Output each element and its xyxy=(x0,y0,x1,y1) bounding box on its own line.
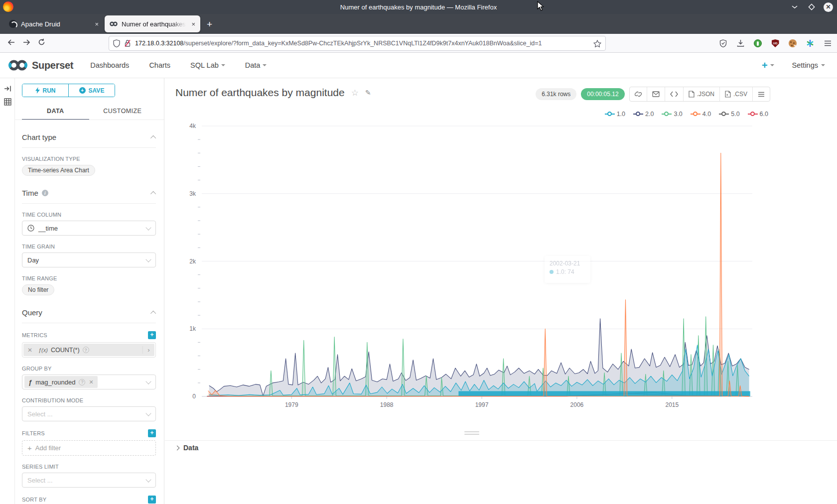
nav-dashboards[interactable]: Dashboards xyxy=(90,61,129,69)
sort-by-label: SORT BY xyxy=(22,497,46,503)
expand-metric-icon[interactable]: › xyxy=(142,346,154,354)
tab-superset-chart[interactable]: Numer of earthquakes by × xyxy=(105,15,200,32)
favorite-star-icon[interactable]: ☆ xyxy=(351,88,359,98)
permissions-shield-icon[interactable] xyxy=(718,39,727,48)
tooltip-value: 1.0: 74 xyxy=(556,268,574,275)
svg-text:4k: 4k xyxy=(189,123,196,129)
legend-item-1[interactable]: 1.0 xyxy=(605,111,625,118)
data-panel-toggle[interactable]: Data xyxy=(175,444,198,452)
info-icon: i xyxy=(42,190,48,196)
legend-item-5[interactable]: 5.0 xyxy=(719,111,739,118)
back-button[interactable] xyxy=(4,39,19,48)
legend-item-2[interactable]: 2.0 xyxy=(633,111,654,118)
chart-canvas[interactable]: 01k2k3k4k19791988199720062015 xyxy=(187,123,760,409)
collapse-panel-icon[interactable] xyxy=(0,82,15,95)
extension-asterisk-icon[interactable] xyxy=(806,39,815,48)
export-csv-button[interactable]: .CSV xyxy=(719,87,752,101)
plus-icon: + xyxy=(27,444,32,452)
new-item-button[interactable]: + xyxy=(762,60,774,71)
cookie-icon[interactable] xyxy=(788,39,797,48)
chart-menu-button[interactable] xyxy=(752,87,770,101)
group-by-select[interactable]: ƒ mag_rounded ? ✕ xyxy=(22,375,156,389)
time-range-label: TIME RANGE xyxy=(22,275,156,281)
nav-data[interactable]: Data xyxy=(245,61,267,69)
settings-menu[interactable]: Settings xyxy=(792,61,825,69)
tracking-shield-icon[interactable] xyxy=(113,39,120,47)
chevron-up-icon xyxy=(150,191,156,196)
remove-metric-icon[interactable]: ✕ xyxy=(23,347,36,354)
minimize-icon[interactable] xyxy=(790,2,800,12)
copy-link-button[interactable] xyxy=(630,87,647,101)
url-text[interactable]: 172.18.0.3:32108/superset/explore/?form_… xyxy=(135,40,589,47)
privacy-badger-icon[interactable] xyxy=(753,39,762,48)
section-chart-type[interactable]: Chart type xyxy=(22,133,156,148)
time-range-pill[interactable]: No filter xyxy=(22,284,54,295)
nav-sql-lab[interactable]: SQL Lab xyxy=(190,61,225,69)
section-query[interactable]: Query xyxy=(22,308,156,323)
insecure-lock-icon[interactable] xyxy=(124,39,131,47)
window-title: Numer of earthquakes by magnitude — Mozi… xyxy=(0,3,837,11)
time-grain-select[interactable]: Day xyxy=(22,252,156,267)
hamburger-icon xyxy=(758,92,765,97)
group-by-chip[interactable]: ƒ mag_rounded ? ✕ xyxy=(24,376,98,388)
remove-chip-icon[interactable]: ✕ xyxy=(89,379,93,385)
tab-close-icon[interactable]: × xyxy=(95,20,99,28)
nav-charts[interactable]: Charts xyxy=(149,61,170,69)
run-button[interactable]: RUN xyxy=(22,84,68,97)
tab-data[interactable]: DATA xyxy=(22,104,89,120)
forward-button[interactable] xyxy=(19,39,34,48)
maximize-icon[interactable] xyxy=(807,2,817,12)
file-icon xyxy=(689,91,695,98)
resize-handle[interactable] xyxy=(464,431,479,436)
url-bar[interactable]: 172.18.0.3:32108/superset/explore/?form_… xyxy=(109,36,606,51)
section-time[interactable]: Timei xyxy=(22,189,156,204)
series-limit-label: SERIES LIMIT xyxy=(22,464,156,470)
contribution-mode-select[interactable]: Select ... xyxy=(22,406,156,421)
time-column-select[interactable]: __time xyxy=(22,221,156,236)
page-title: Numer of earthquakes by magnitude xyxy=(175,87,345,99)
bookmark-star-icon[interactable] xyxy=(593,40,601,47)
tab-close-icon[interactable]: × xyxy=(191,20,195,28)
legend-item-3[interactable]: 3.0 xyxy=(662,111,682,118)
svg-text:1k: 1k xyxy=(189,325,196,332)
embed-code-button[interactable] xyxy=(665,87,683,101)
collapse-rail xyxy=(0,78,15,504)
chart-legend: 1.0 2.0 3.0 4.0 5.0 6.0 xyxy=(605,111,768,118)
brand-name: Superset xyxy=(32,60,73,71)
time-column-label: TIME COLUMN xyxy=(22,212,156,218)
add-metric-button[interactable]: + xyxy=(148,331,156,339)
ublock-origin-icon[interactable]: UO xyxy=(771,39,780,48)
tab-customize[interactable]: CUSTOMIZE xyxy=(89,104,156,120)
close-icon[interactable]: ✕ xyxy=(824,2,833,12)
legend-item-4[interactable]: 4.0 xyxy=(691,111,711,118)
chevron-right-icon xyxy=(175,445,180,450)
dataset-grid-icon[interactable] xyxy=(0,95,15,108)
email-button[interactable] xyxy=(647,87,665,101)
new-tab-button[interactable]: + xyxy=(207,19,212,30)
reload-button[interactable] xyxy=(34,38,49,48)
superset-logo[interactable]: Superset xyxy=(8,59,73,72)
legend-item-6[interactable]: 6.0 xyxy=(748,111,768,118)
superset-tab-icon xyxy=(110,21,118,27)
add-filter-button[interactable]: + xyxy=(148,429,156,437)
tab-apache-druid[interactable]: Apache Druid × xyxy=(4,15,104,32)
viz-type-pill[interactable]: Time-series Area Chart xyxy=(22,165,95,176)
add-filter-dropzone[interactable]: + Add filter xyxy=(22,440,156,456)
file-icon xyxy=(725,91,731,98)
series-limit-select[interactable]: Select ... xyxy=(22,473,156,488)
chevron-up-icon xyxy=(150,310,156,316)
downloads-icon[interactable] xyxy=(736,39,745,48)
save-button[interactable]: + SAVE xyxy=(68,84,115,97)
export-json-button[interactable]: .JSON xyxy=(683,87,719,101)
time-grain-label: TIME GRAIN xyxy=(22,244,156,250)
svg-text:0: 0 xyxy=(192,393,196,400)
metric-item[interactable]: ✕ ƒ(x)COUNT(*)? › xyxy=(22,342,156,358)
help-icon: ? xyxy=(79,379,85,385)
menu-hamburger-icon[interactable] xyxy=(823,39,832,48)
svg-text:1997: 1997 xyxy=(475,401,489,408)
row-count-badge: 6.31k rows xyxy=(536,88,576,100)
svg-text:2006: 2006 xyxy=(570,401,584,408)
chevron-down-icon xyxy=(145,256,151,262)
add-sort-button[interactable]: + xyxy=(148,496,156,504)
edit-title-icon[interactable]: ✎ xyxy=(365,89,371,97)
